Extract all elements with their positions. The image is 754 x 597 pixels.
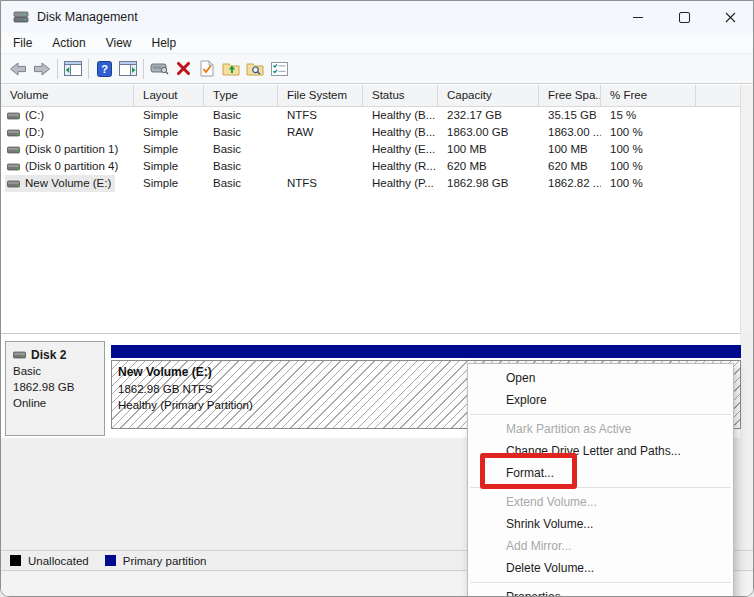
column-header-volume[interactable]: Volume	[1, 85, 134, 106]
cell-capacity: 1862.98 GB	[438, 175, 539, 192]
cell-capacity: 100 MB	[438, 141, 539, 158]
table-row[interactable]: (C:) Simple Basic NTFS Healthy (B... 232…	[1, 107, 740, 124]
maximize-button[interactable]	[661, 1, 707, 33]
cell-type: Basic	[204, 124, 278, 141]
column-header-file-system[interactable]: File System	[278, 85, 363, 106]
toolbar-separator	[88, 59, 89, 79]
primary-partition-color-band	[111, 345, 741, 358]
title-bar: Disk Management	[1, 1, 753, 33]
cell-layout: Simple	[134, 158, 204, 175]
menu-item-explore[interactable]: Explore	[468, 389, 733, 411]
disk-header-box[interactable]: Disk 2 Basic 1862.98 GB Online	[5, 341, 105, 436]
volume-list-pane: Volume Layout Type File System Status Ca…	[1, 85, 740, 334]
back-arrow-icon[interactable]	[6, 57, 30, 81]
folder-search-icon[interactable]	[243, 57, 267, 81]
menu-help[interactable]: Help	[142, 33, 187, 53]
cell-status: Healthy (B...	[363, 107, 438, 124]
volume-table-header: Volume Layout Type File System Status Ca…	[1, 85, 740, 107]
column-header-capacity[interactable]: Capacity	[438, 85, 539, 106]
column-header-filler	[696, 85, 740, 106]
cell-status: Healthy (R...	[363, 158, 438, 175]
svg-text:?: ?	[101, 63, 108, 75]
cell-pct-free: 100 %	[601, 175, 696, 192]
column-header-type[interactable]: Type	[204, 85, 278, 106]
format-annotation-box	[480, 453, 577, 489]
drive-icon	[7, 180, 20, 188]
cell-free-space: 35.15 GB	[539, 107, 601, 124]
table-row-selected[interactable]: New Volume (E:) Simple Basic NTFS Health…	[1, 175, 740, 192]
drive-icon	[7, 129, 20, 137]
disk-size: 1862.98 GB	[13, 379, 104, 395]
menu-file[interactable]: File	[3, 33, 42, 53]
cell-status: Healthy (B...	[363, 124, 438, 141]
cell-free-space: 620 MB	[539, 158, 601, 175]
column-header-layout[interactable]: Layout	[134, 85, 204, 106]
legend-unallocated-swatch	[10, 555, 21, 566]
menu-action[interactable]: Action	[42, 33, 95, 53]
column-header-status[interactable]: Status	[363, 85, 438, 106]
forward-arrow-icon[interactable]	[30, 57, 54, 81]
menu-item-delete-volume[interactable]: Delete Volume...	[468, 557, 733, 579]
cell-file-system	[278, 158, 363, 175]
table-row[interactable]: (D:) Simple Basic RAW Healthy (B... 1863…	[1, 124, 740, 141]
cell-layout: Simple	[134, 124, 204, 141]
cell-pct-free: 15 %	[601, 107, 696, 124]
cell-file-system: NTFS	[278, 107, 363, 124]
cell-type: Basic	[204, 141, 278, 158]
disk-name: Disk 2	[31, 347, 66, 363]
cell-layout: Simple	[134, 107, 204, 124]
column-header-free-space[interactable]: Free Spa...	[539, 85, 601, 106]
disk-icon	[13, 351, 26, 359]
menu-item-extend-volume[interactable]: Extend Volume...	[468, 491, 733, 513]
disk-status: Online	[13, 395, 104, 411]
table-row[interactable]: (Disk 0 partition 1) Simple Basic Health…	[1, 141, 740, 158]
volume-name: New Volume (E:)	[25, 175, 111, 192]
delete-icon[interactable]	[171, 57, 195, 81]
drive-icon	[7, 146, 20, 154]
menu-item-properties[interactable]: Properties	[468, 586, 733, 597]
minimize-icon	[633, 17, 643, 18]
volume-name: (C:)	[25, 107, 44, 124]
close-button[interactable]	[707, 1, 753, 33]
cell-type: Basic	[204, 175, 278, 192]
cell-file-system: RAW	[278, 124, 363, 141]
cell-type: Basic	[204, 107, 278, 124]
cell-pct-free: 100 %	[601, 158, 696, 175]
cell-layout: Simple	[134, 175, 204, 192]
cell-layout: Simple	[134, 141, 204, 158]
legend-primary-partition-swatch	[105, 555, 116, 566]
drive-viewer-icon[interactable]	[147, 57, 171, 81]
disk-management-app-icon	[13, 10, 29, 24]
maximize-icon	[679, 12, 690, 23]
cell-type: Basic	[204, 158, 278, 175]
show-console-tree-icon[interactable]	[61, 57, 85, 81]
menu-item-mark-partition-active[interactable]: Mark Partition as Active	[468, 418, 733, 440]
help-icon[interactable]: ?	[92, 57, 116, 81]
cell-file-system: NTFS	[278, 175, 363, 192]
toolbar: ?	[1, 53, 753, 84]
menu-separator	[470, 582, 731, 583]
drive-icon	[7, 163, 20, 171]
cell-free-space: 100 MB	[539, 141, 601, 158]
table-row[interactable]: (Disk 0 partition 4) Simple Basic Health…	[1, 158, 740, 175]
volume-name: (Disk 0 partition 4)	[25, 158, 118, 175]
menu-item-shrink-volume[interactable]: Shrink Volume...	[468, 513, 733, 535]
task-list-icon[interactable]	[267, 57, 291, 81]
cell-file-system	[278, 141, 363, 158]
cell-capacity: 1863.00 GB	[438, 124, 539, 141]
folder-up-icon[interactable]	[219, 57, 243, 81]
cell-free-space: 1862.82 ...	[539, 175, 601, 192]
menu-view[interactable]: View	[96, 33, 142, 53]
show-action-pane-icon[interactable]	[116, 57, 140, 81]
legend-primary-partition-label: Primary partition	[123, 555, 207, 567]
minimize-button[interactable]	[615, 1, 661, 33]
menu-item-open[interactable]: Open	[468, 367, 733, 389]
cell-status: Healthy (P...	[363, 175, 438, 192]
cell-capacity: 232.17 GB	[438, 107, 539, 124]
column-header-pct-free[interactable]: % Free	[601, 85, 696, 106]
document-check-icon[interactable]	[195, 57, 219, 81]
legend-unallocated-label: Unallocated	[28, 555, 89, 567]
cell-status: Healthy (E...	[363, 141, 438, 158]
toolbar-separator	[57, 59, 58, 79]
menu-item-add-mirror[interactable]: Add Mirror...	[468, 535, 733, 557]
